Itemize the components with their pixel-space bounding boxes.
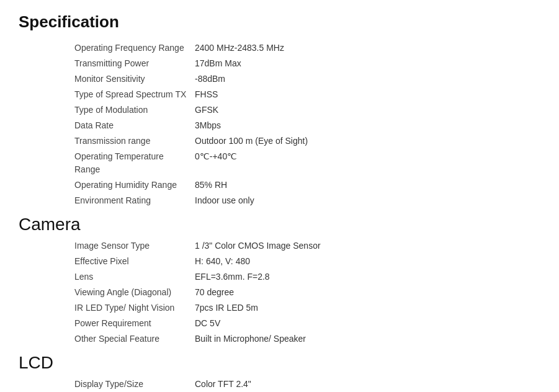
table-row: Environment RatingIndoor use only bbox=[19, 193, 540, 208]
table-row: Lens EFL=3.6mm. F=2.8 bbox=[19, 269, 540, 285]
spec-label: Operating Humidity Range bbox=[19, 177, 192, 193]
table-row: Type of ModulationGFSK bbox=[19, 102, 540, 118]
spec-table-camera: Image Sensor Type1 /3" Color CMOS Image … bbox=[19, 238, 540, 347]
spec-value: 70 degree bbox=[192, 285, 540, 300]
spec-label: Type of Modulation bbox=[19, 102, 192, 118]
spec-label: Effective Pixel bbox=[19, 254, 192, 269]
spec-label: Image Sensor Type bbox=[19, 238, 192, 254]
spec-label: Power Requirement bbox=[19, 316, 192, 331]
spec-value: GFSK bbox=[192, 102, 540, 118]
table-row: Effective PixelH: 640, V: 480 bbox=[19, 254, 540, 269]
table-row: Display Type/SizeColor TFT 2.4" bbox=[19, 376, 540, 392]
spec-label: Data Rate bbox=[19, 118, 192, 133]
spec-value: 7pcs IR LED 5m bbox=[192, 300, 540, 316]
table-row: Operating Temperature Range0℃-+40℃ bbox=[19, 149, 540, 177]
table-row: Type of Spread Spectrum TXFHSS bbox=[19, 87, 540, 102]
spec-label: Environment Rating bbox=[19, 193, 192, 208]
table-row: Transmitting Power17dBm Max bbox=[19, 56, 540, 71]
spec-label: Transmission range bbox=[19, 133, 192, 149]
spec-value: Color TFT 2.4" bbox=[192, 376, 540, 392]
spec-value: DC 5V bbox=[192, 316, 540, 331]
spec-label: IR LED Type/ Night Vision bbox=[19, 300, 192, 316]
table-row: Data Rate3Mbps bbox=[19, 118, 540, 133]
spec-value: 0℃-+40℃ bbox=[192, 149, 540, 177]
spec-label: Operating Temperature Range bbox=[19, 149, 192, 177]
spec-label: Transmitting Power bbox=[19, 56, 192, 71]
spec-table-lcd: Display Type/SizeColor TFT 2.4"Resolutio… bbox=[19, 376, 540, 392]
spec-value: 1 /3" Color CMOS Image Sensor bbox=[192, 238, 540, 254]
spec-value: Indoor use only bbox=[192, 193, 540, 208]
section-header-lcd: LCD bbox=[19, 353, 540, 373]
spec-value: 17dBm Max bbox=[192, 56, 540, 71]
spec-label: Operating Frequency Range bbox=[19, 40, 192, 56]
spec-container: Operating Frequency Range2400 MHz-2483.5… bbox=[19, 40, 540, 392]
table-row: Operating Humidity Range85% RH bbox=[19, 177, 540, 193]
spec-value: FHSS bbox=[192, 87, 540, 102]
spec-label: Other Special Feature bbox=[19, 331, 192, 347]
page-title: Specification bbox=[19, 12, 540, 32]
spec-value: 2400 MHz-2483.5 MHz bbox=[192, 40, 540, 56]
spec-label: Type of Spread Spectrum TX bbox=[19, 87, 192, 102]
spec-value: 3Mbps bbox=[192, 118, 540, 133]
spec-value: -88dBm bbox=[192, 71, 540, 87]
table-row: Monitor Sensitivity-88dBm bbox=[19, 71, 540, 87]
table-row: Viewing Angle (Diagonal)70 degree bbox=[19, 285, 540, 300]
table-row: Other Special FeatureBuilt in Microphone… bbox=[19, 331, 540, 347]
spec-value: Built in Microphone/ Speaker bbox=[192, 331, 540, 347]
spec-value: EFL=3.6mm. F=2.8 bbox=[192, 269, 540, 285]
spec-value: Outdoor 100 m (Eye of Sight) bbox=[192, 133, 540, 149]
spec-label: Display Type/Size bbox=[19, 376, 192, 392]
table-row: Transmission rangeOutdoor 100 m (Eye of … bbox=[19, 133, 540, 149]
spec-label: Viewing Angle (Diagonal) bbox=[19, 285, 192, 300]
spec-value: H: 640, V: 480 bbox=[192, 254, 540, 269]
spec-value: 85% RH bbox=[192, 177, 540, 193]
table-row: Image Sensor Type1 /3" Color CMOS Image … bbox=[19, 238, 540, 254]
table-row: Operating Frequency Range2400 MHz-2483.5… bbox=[19, 40, 540, 56]
table-row: Power RequirementDC 5V bbox=[19, 316, 540, 331]
spec-label: Monitor Sensitivity bbox=[19, 71, 192, 87]
section-header-camera: Camera bbox=[19, 215, 540, 234]
table-row: IR LED Type/ Night Vision7pcs IR LED 5m bbox=[19, 300, 540, 316]
spec-label: Lens bbox=[19, 269, 192, 285]
spec-table-wireless: Operating Frequency Range2400 MHz-2483.5… bbox=[19, 40, 540, 208]
